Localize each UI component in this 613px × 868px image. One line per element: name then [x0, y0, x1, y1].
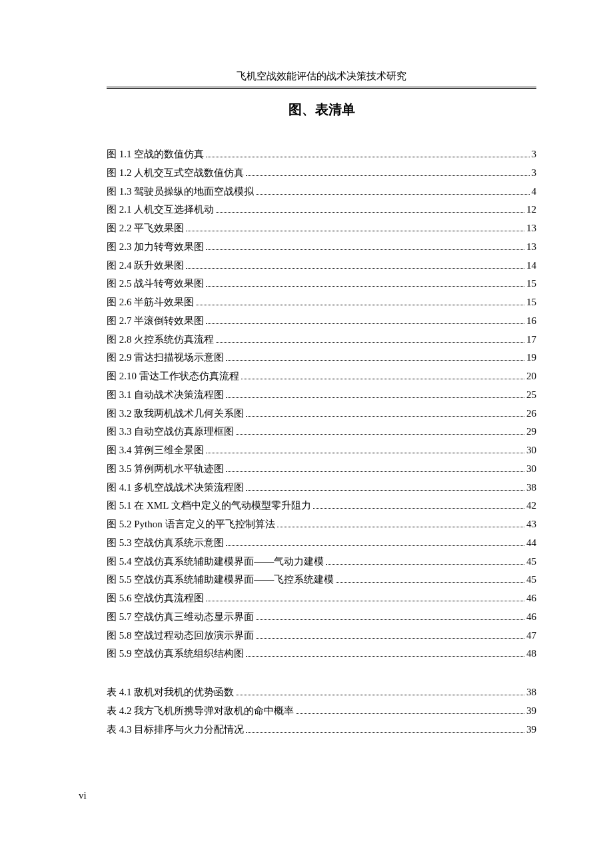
figure-label: 图 1.1 空战的数值仿真	[107, 145, 204, 164]
figure-entry: 图 5.5 空战仿真系统辅助建模界面——飞控系统建模45	[107, 571, 536, 589]
figure-entry: 图 5.7 空战仿真三维动态显示界面46	[107, 608, 536, 627]
figure-entry: 图 1.3 驾驶员操纵的地面空战模拟4	[107, 183, 536, 201]
figure-entry: 图 2.7 半滚倒转效果图16	[107, 312, 536, 331]
figure-label: 图 5.9 空战仿真系统组织结构图	[107, 645, 244, 663]
figure-page: 30	[526, 441, 536, 460]
figure-entry: 图 2.1 人机交互选择机动12	[107, 201, 536, 219]
leader-dots	[326, 555, 524, 565]
table-page: 39	[526, 702, 536, 721]
figure-label: 图 5.8 空战过程动态回放演示界面	[107, 627, 254, 645]
figure-entry: 图 2.4 跃升效果图14	[107, 257, 536, 275]
leader-dots	[241, 370, 524, 380]
running-head: 飞机空战效能评估的战术决策技术研究	[107, 70, 536, 87]
figure-page: 47	[526, 627, 536, 645]
figure-page: 42	[526, 497, 536, 515]
figure-label: 图 2.2 平飞效果图	[107, 219, 184, 238]
page-folio: vi	[79, 790, 87, 801]
figure-entry: 图 3.2 敌我两机战术几何关系图26	[107, 405, 536, 423]
figure-entry: 图 5.8 空战过程动态回放演示界面47	[107, 627, 536, 645]
figure-entry: 图 5.9 空战仿真系统组织结构图48	[107, 645, 536, 663]
figure-label: 图 2.6 半筋斗效果图	[107, 293, 194, 312]
figure-label: 图 5.5 空战仿真系统辅助建模界面——飞控系统建模	[107, 571, 334, 589]
figure-entry: 图 5.2 Python 语言定义的平飞控制算法43	[107, 515, 536, 534]
figure-entry: 图 5.3 空战仿真系统示意图44	[107, 534, 536, 553]
figure-label: 图 5.3 空战仿真系统示意图	[107, 534, 224, 553]
figure-entry: 图 2.6 半筋斗效果图15	[107, 293, 536, 312]
table-label: 表 4.1 敌机对我机的优势函数	[107, 683, 234, 702]
page-title: 图、表清单	[107, 101, 536, 119]
figure-entry: 图 3.3 自动空战仿真原理框图29	[107, 423, 536, 441]
list-of-tables: 表 4.1 敌机对我机的优势函数38表 4.2 我方飞机所携导弹对敌机的命中概率…	[107, 683, 536, 739]
figure-page: 4	[532, 183, 537, 201]
leader-dots	[336, 573, 524, 583]
figure-page: 3	[532, 164, 537, 183]
figure-label: 图 3.4 算例三维全景图	[107, 441, 204, 460]
figure-label: 图 5.2 Python 语言定义的平飞控制算法	[107, 515, 275, 534]
figure-entry: 图 1.2 人机交互式空战数值仿真3	[107, 164, 536, 183]
figure-label: 图 3.3 自动空战仿真原理框图	[107, 423, 234, 441]
leader-dots	[296, 704, 524, 714]
table-page: 38	[526, 683, 536, 702]
leader-dots	[206, 148, 529, 158]
table-label: 表 4.3 目标排序与火力分配情况	[107, 721, 244, 739]
leader-dots	[236, 425, 524, 435]
figure-label: 图 1.2 人机交互式空战数值仿真	[107, 164, 244, 183]
figure-entry: 图 5.4 空战仿真系统辅助建模界面——气动力建模45	[107, 553, 536, 571]
figure-label: 图 2.1 人机交互选择机动	[107, 201, 214, 219]
leader-dots	[246, 407, 524, 417]
figure-page: 25	[526, 386, 536, 405]
leader-dots	[186, 222, 524, 232]
leader-dots	[277, 518, 524, 528]
figure-page: 12	[526, 201, 536, 219]
figure-page: 20	[526, 367, 536, 386]
figure-page: 15	[526, 275, 536, 293]
leader-dots	[226, 351, 524, 361]
figure-label: 图 4.1 多机空战战术决策流程图	[107, 479, 244, 497]
figure-page: 19	[526, 349, 536, 367]
leader-dots	[246, 647, 524, 657]
leader-dots	[246, 723, 524, 733]
figure-page: 45	[526, 571, 536, 589]
figure-label: 图 5.1 在 XML 文档中定义的气动模型零升阻力	[107, 497, 311, 515]
leader-dots	[256, 610, 524, 620]
figure-entry: 图 3.5 算例两机水平轨迹图30	[107, 460, 536, 479]
figure-page: 43	[526, 515, 536, 534]
leader-dots	[313, 499, 524, 509]
leader-dots	[206, 240, 524, 250]
figure-page: 46	[526, 589, 536, 608]
leader-dots	[206, 314, 524, 324]
leader-dots	[206, 592, 524, 602]
figure-page: 16	[526, 312, 536, 331]
table-entry: 表 4.2 我方飞机所携导弹对敌机的命中概率39	[107, 702, 536, 721]
figure-entry: 图 3.1 自动战术决策流程图25	[107, 386, 536, 405]
figure-entry: 图 5.1 在 XML 文档中定义的气动模型零升阻力42	[107, 497, 536, 515]
figure-page: 26	[526, 405, 536, 423]
table-entry: 表 4.1 敌机对我机的优势函数38	[107, 683, 536, 702]
figure-entry: 图 2.9 雷达扫描视场示意图19	[107, 349, 536, 367]
leader-dots	[256, 629, 524, 639]
figure-label: 图 3.5 算例两机水平轨迹图	[107, 460, 224, 479]
figure-page: 48	[526, 645, 536, 663]
leader-dots	[216, 203, 524, 213]
table-page: 39	[526, 721, 536, 739]
leader-dots	[256, 185, 529, 195]
figure-label: 图 5.4 空战仿真系统辅助建模界面——气动力建模	[107, 553, 324, 571]
figure-entry: 图 2.3 加力转弯效果图13	[107, 238, 536, 257]
figure-label: 图 5.7 空战仿真三维动态显示界面	[107, 608, 254, 627]
leader-dots	[196, 296, 524, 306]
figure-label: 图 2.10 雷达工作状态仿真流程	[107, 367, 239, 386]
figure-page: 46	[526, 608, 536, 627]
figure-label: 图 5.6 空战仿真流程图	[107, 589, 204, 608]
figure-page: 3	[532, 145, 537, 164]
figure-page: 38	[526, 479, 536, 497]
figure-label: 图 3.2 敌我两机战术几何关系图	[107, 405, 244, 423]
figure-label: 图 2.7 半滚倒转效果图	[107, 312, 204, 331]
leader-dots	[216, 333, 524, 343]
figure-page: 15	[526, 293, 536, 312]
figure-page: 44	[526, 534, 536, 553]
figure-page: 13	[526, 238, 536, 257]
leader-dots	[226, 388, 524, 398]
leader-dots	[206, 444, 524, 454]
leader-dots	[246, 481, 524, 491]
figure-page: 14	[526, 257, 536, 275]
